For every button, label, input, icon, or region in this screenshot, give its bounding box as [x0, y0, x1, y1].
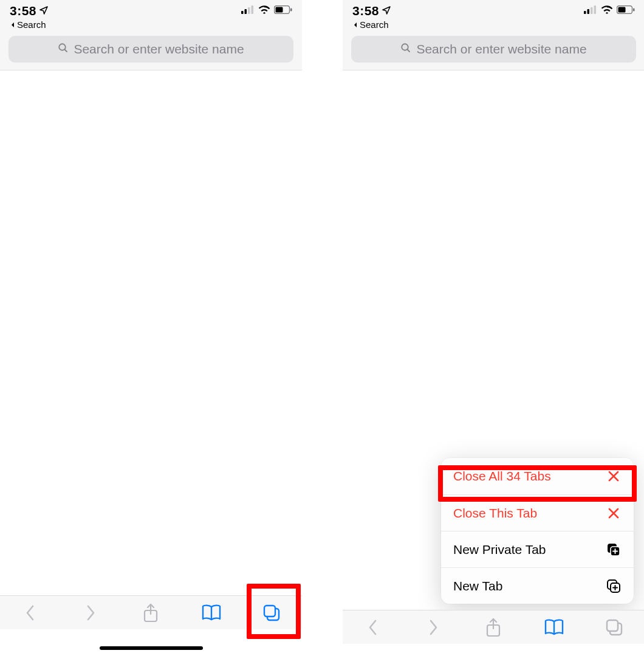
book-icon — [201, 604, 222, 621]
location-arrow-icon — [39, 4, 49, 18]
phone-left: 3:58 — [0, 0, 302, 656]
forward-button[interactable] — [78, 601, 103, 625]
address-search-field[interactable]: Search or enter website name — [9, 36, 293, 63]
share-button[interactable] — [481, 615, 505, 640]
bottom-toolbar — [343, 610, 644, 644]
back-button[interactable] — [361, 615, 385, 640]
bookmarks-button[interactable] — [542, 615, 566, 640]
svg-rect-6 — [290, 9, 292, 12]
menu-label: Close All 34 Tabs — [453, 469, 551, 483]
tabs-icon — [605, 618, 623, 637]
wifi-icon — [258, 5, 270, 16]
menu-label: Close This Tab — [453, 506, 537, 521]
chevron-left-small-icon — [10, 22, 16, 28]
svg-rect-2 — [248, 7, 250, 14]
tabs-button[interactable] — [602, 615, 626, 640]
home-indicator — [100, 646, 203, 650]
menu-close-all-tabs[interactable]: Close All 34 Tabs — [441, 458, 634, 494]
cell-signal-icon — [241, 5, 255, 16]
menu-close-this-tab[interactable]: Close This Tab — [441, 494, 634, 531]
menu-new-tab[interactable]: New Tab — [441, 567, 634, 604]
tabs-icon — [262, 604, 281, 622]
chevron-left-icon — [25, 604, 36, 621]
battery-icon — [274, 5, 292, 16]
svg-rect-35 — [607, 620, 618, 631]
svg-rect-1 — [245, 9, 247, 14]
tabs-context-menu: Close All 34 Tabs Close This Tab New Pri… — [441, 458, 634, 604]
svg-rect-11 — [264, 606, 275, 617]
book-icon — [544, 619, 564, 636]
status-bar: 3:58 — [0, 0, 302, 32]
search-icon — [58, 42, 69, 56]
phone-right: 3:58 Search Search or enter websi — [343, 0, 644, 644]
menu-label: New Private Tab — [453, 542, 546, 557]
menu-new-private-tab[interactable]: New Private Tab — [441, 531, 634, 567]
time-label: 3:58 — [10, 4, 36, 18]
breadcrumb-back[interactable]: Search — [10, 19, 292, 32]
back-button[interactable] — [18, 601, 43, 625]
forward-button[interactable] — [421, 615, 445, 640]
share-icon — [143, 603, 159, 623]
share-button[interactable] — [139, 601, 163, 625]
svg-rect-3 — [252, 5, 254, 14]
chevron-right-icon — [85, 604, 96, 621]
close-icon — [606, 505, 622, 521]
menu-label: New Tab — [453, 579, 502, 593]
plus-on-square-icon — [606, 578, 622, 594]
breadcrumb-label: Search — [17, 19, 46, 30]
close-icon — [606, 468, 622, 484]
svg-line-8 — [65, 49, 67, 52]
status-time: 3:58 — [10, 4, 49, 18]
tabs-button[interactable] — [259, 601, 284, 625]
share-icon — [485, 618, 501, 637]
svg-rect-5 — [276, 7, 283, 13]
chevron-left-icon — [368, 619, 379, 636]
bookmarks-button[interactable] — [199, 601, 224, 625]
svg-rect-0 — [241, 11, 244, 14]
bottom-toolbar — [0, 595, 302, 629]
plus-on-square-filled-icon — [606, 542, 622, 558]
search-placeholder: Search or enter website name — [74, 42, 244, 56]
chevron-right-icon — [428, 619, 439, 636]
